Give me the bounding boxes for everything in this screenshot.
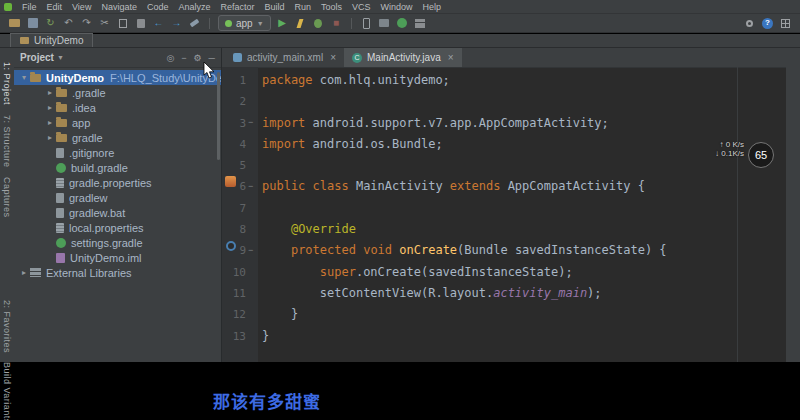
forward-icon[interactable]: → — [170, 17, 183, 30]
class-gutter-icon[interactable] — [225, 176, 236, 187]
settings-icon[interactable]: ⚙ — [194, 53, 202, 63]
locate-icon[interactable]: ◎ — [166, 53, 174, 63]
toolwindow-button-7-structure[interactable]: 7: Structure — [2, 115, 12, 168]
tree-item-app[interactable]: ▸app — [14, 115, 221, 130]
code-token — [262, 243, 291, 257]
menu-navigate[interactable]: Navigate — [96, 2, 142, 12]
tree-item-unitydemo[interactable]: ▾UnityDemoF:\HLQ_Study\UnityDemo — [14, 70, 221, 85]
back-icon[interactable]: ← — [152, 17, 165, 30]
menu-code[interactable]: Code — [142, 2, 174, 12]
folder-icon — [56, 89, 67, 97]
editor-tab-activity-main-xml[interactable]: activity_main.xml× — [225, 48, 344, 67]
menu-edit[interactable]: Edit — [42, 2, 68, 12]
menu-run[interactable]: Run — [290, 2, 317, 12]
save-all-icon[interactable] — [26, 17, 39, 30]
code-editor[interactable]: package com.hlq.unitydemo;import android… — [258, 67, 786, 362]
code-token: protected void — [291, 243, 399, 257]
tree-item-unitydemo-iml[interactable]: UnityDemo.iml — [14, 250, 221, 265]
override-method-gutter-icon[interactable] — [226, 241, 236, 251]
chevron-down-icon[interactable]: ▼ — [57, 54, 64, 61]
close-tab-icon[interactable]: × — [330, 52, 336, 63]
menu-window[interactable]: Window — [376, 2, 418, 12]
fold-marker[interactable]: − — [248, 182, 257, 191]
toolwindow-button-captures[interactable]: Captures — [2, 177, 12, 218]
tree-item-external-libraries[interactable]: ▸External Libraries — [14, 265, 221, 280]
menu-tools[interactable]: Tools — [316, 2, 347, 12]
tree-item-gradlew-bat[interactable]: gradlew.bat — [14, 205, 221, 220]
expand-arrow-icon[interactable]: ▸ — [44, 88, 56, 97]
project-structure-icon[interactable] — [414, 17, 427, 30]
code-token: public class — [262, 179, 356, 193]
toolwindow-button-1-project[interactable]: 1: Project — [2, 62, 12, 105]
tree-item-idea[interactable]: ▸.idea — [14, 100, 221, 115]
debug-icon[interactable] — [312, 17, 325, 30]
code-token: import — [262, 116, 313, 130]
collapse-all-icon[interactable]: − — [181, 53, 186, 63]
tree-item-label: .gitignore — [69, 147, 114, 159]
run-icon[interactable]: ▶ — [276, 17, 289, 30]
line-number: 2 — [222, 91, 246, 112]
redo-icon[interactable]: ↷ — [80, 17, 93, 30]
code-token: MainActivity — [356, 179, 450, 193]
tree-item-label: app — [72, 117, 90, 129]
folder-icon — [56, 104, 67, 112]
avd-manager-icon[interactable] — [360, 17, 373, 30]
code-token: } — [262, 329, 269, 343]
layout-file-icon — [233, 53, 242, 62]
project-tree: ▾UnityDemoF:\HLQ_Study\UnityDemo▸.gradle… — [14, 68, 221, 280]
libraries-icon — [30, 268, 41, 277]
fold-marker[interactable]: − — [248, 118, 257, 127]
hide-panel-icon[interactable]: ─ — [209, 53, 215, 63]
tree-item-local-properties[interactable]: local.properties — [14, 220, 221, 235]
file-iml-icon — [56, 253, 65, 263]
toolwindow-button-build-variants[interactable]: Build Variants — [2, 362, 12, 420]
menu-build[interactable]: Build — [259, 2, 289, 12]
toolwindow-button-2-favorites[interactable]: 2: Favorites — [2, 300, 12, 353]
run-configuration-select[interactable]: app ▼ — [218, 15, 271, 31]
build-icon[interactable] — [188, 17, 201, 30]
tree-item-gitignore[interactable]: .gitignore — [14, 145, 221, 160]
menu-file[interactable]: File — [17, 2, 42, 12]
fold-marker[interactable]: − — [248, 246, 257, 255]
editor-tab-mainactivity-java[interactable]: CMainActivity.java× — [344, 48, 462, 67]
paste-icon[interactable] — [134, 17, 147, 30]
cut-icon[interactable]: ✂ — [98, 17, 111, 30]
project-scrollbar[interactable] — [217, 72, 220, 160]
menu-refactor[interactable]: Refactor — [215, 2, 259, 12]
search-icon[interactable] — [743, 17, 756, 30]
expand-arrow-icon[interactable]: ▸ — [44, 118, 56, 127]
sdk-manager-icon[interactable] — [378, 17, 391, 30]
close-tab-icon[interactable]: × — [448, 52, 454, 63]
open-project-icon[interactable] — [8, 17, 21, 30]
settings-grid-icon[interactable] — [779, 17, 792, 30]
menu-analyze[interactable]: Analyze — [173, 2, 215, 12]
tree-item-gradlew[interactable]: gradlew — [14, 190, 221, 205]
gradle-sync-icon[interactable] — [396, 17, 409, 30]
tree-item-build-gradle[interactable]: build.gradle — [14, 160, 221, 175]
attach-debugger-icon[interactable] — [294, 17, 307, 30]
tree-item-gradle[interactable]: ▸gradle — [14, 130, 221, 145]
tree-item-gradle[interactable]: ▸.gradle — [14, 85, 221, 100]
stop-icon[interactable]: ■ — [330, 17, 343, 30]
sync-icon[interactable]: ↻ — [44, 17, 57, 30]
tree-item-gradle-properties[interactable]: gradle.properties — [14, 175, 221, 190]
menu-view[interactable]: View — [67, 2, 96, 12]
expand-arrow-icon[interactable]: ▸ — [44, 103, 56, 112]
editor-gutter[interactable]: 12345678910111213 — [222, 67, 258, 362]
menu-vcs[interactable]: VCS — [347, 2, 376, 12]
undo-icon[interactable]: ↶ — [62, 17, 75, 30]
help-icon[interactable]: ? — [762, 18, 773, 29]
tree-item-label: .gradle — [72, 87, 106, 99]
run-configuration-label: app — [236, 18, 253, 29]
editor-tab-label: activity_main.xml — [247, 52, 323, 63]
breadcrumb[interactable]: UnityDemo — [10, 33, 93, 47]
android-app-icon — [225, 20, 232, 27]
tree-item-settings-gradle[interactable]: settings.gradle — [14, 235, 221, 250]
expand-arrow-icon[interactable]: ▾ — [18, 73, 30, 82]
copy-icon[interactable] — [116, 17, 129, 30]
menu-help[interactable]: Help — [418, 2, 447, 12]
tree-item-label: build.gradle — [71, 162, 128, 174]
code-line — [262, 91, 786, 112]
expand-arrow-icon[interactable]: ▸ — [18, 268, 30, 277]
expand-arrow-icon[interactable]: ▸ — [44, 133, 56, 142]
